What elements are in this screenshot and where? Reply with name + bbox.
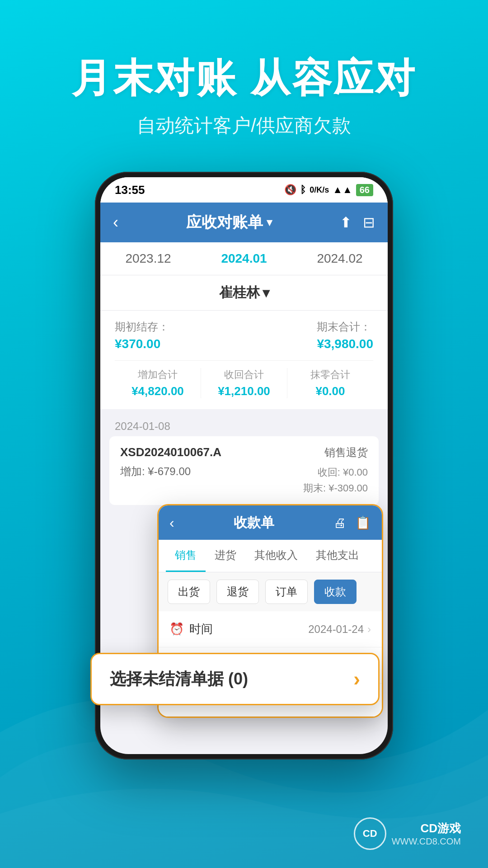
- cd-url-text: WWW.CD8.COM: [392, 836, 461, 847]
- transaction-card[interactable]: XSD2024010067.A 销售退货 增加: ¥-679.00 收回: ¥0…: [109, 436, 379, 505]
- customer-name-text: 崔桂林: [219, 283, 260, 302]
- nav-title-group: 应收对账单 ▾: [186, 212, 272, 233]
- time-row-right: 2024-01-24 ›: [308, 623, 371, 636]
- sub-tab-expense[interactable]: 其他支出: [307, 540, 368, 572]
- opening-value: ¥370.00: [115, 337, 160, 351]
- bluetooth-icon: ᛒ: [300, 184, 306, 196]
- month-tab-0[interactable]: 2023.12: [125, 251, 171, 266]
- payment-button[interactable]: 收款: [314, 580, 357, 604]
- phone-mockup: 13:55 🔇 ᛒ 0/K/s ▲▲ 66 ‹ 应收对账单 ▾ ⬆: [95, 172, 393, 714]
- customer-selector[interactable]: 崔桂林 ▾: [100, 275, 388, 311]
- overlay-sub-tabs: 销售 进货 其他收入 其他支出: [159, 540, 382, 572]
- nav-actions: ⬆ ⊟: [340, 214, 375, 231]
- opening-label: 期初结存：: [115, 320, 169, 334]
- closing-value: ¥3,980.00: [317, 337, 373, 351]
- cd-text-group: CD游戏 WWW.CD8.COM: [392, 821, 461, 847]
- hero-title: 月末对账 从容应对: [0, 54, 488, 102]
- overlay-nav-bar: ‹ 收款单 🖨 📋: [159, 505, 382, 540]
- status-bar: 13:55 🔇 ᛒ 0/K/s ▲▲ 66: [100, 177, 388, 203]
- transaction-id: XSD2024010067.A: [120, 445, 221, 459]
- return-button[interactable]: 退货: [216, 580, 259, 604]
- overlay-nav-actions: 🖨 📋: [333, 515, 371, 530]
- time-value: 2024-01-24: [308, 623, 364, 636]
- time-row-arrow-icon: ›: [367, 623, 371, 636]
- overlay-back-button[interactable]: ‹: [169, 514, 174, 531]
- customer-name: 崔桂林 ▾: [219, 283, 269, 302]
- transaction-recovery: 收回: ¥0.00: [303, 464, 368, 480]
- transaction-right-details: 收回: ¥0.00 期末: ¥-309.00: [303, 464, 368, 496]
- status-icons: 🔇 ᛒ 0/K/s ▲▲ 66: [284, 184, 373, 196]
- stat-recovery-label: 收回合计: [201, 368, 287, 382]
- overlay-calendar-button[interactable]: 📋: [355, 515, 371, 530]
- summary-row-opening-closing: 期初结存： ¥370.00 期末合计： ¥3,980.00: [115, 320, 373, 351]
- hero-section: 月末对账 从容应对 自动统计客户/供应商欠款: [0, 0, 488, 138]
- action-buttons-row: 出货 退货 订单 收款: [159, 572, 382, 611]
- sub-tab-purchase[interactable]: 进货: [206, 540, 245, 572]
- cd-brand-name: CD游戏: [392, 821, 461, 836]
- select-pending-text: 选择未结清单据 (0): [110, 668, 248, 690]
- cd-logo: CD CD游戏 WWW.CD8.COM: [354, 817, 461, 850]
- closing-label: 期末合计：: [317, 320, 373, 334]
- transaction-header-row: XSD2024010067.A 销售退货: [120, 445, 368, 460]
- sub-tab-sales[interactable]: 销售: [166, 540, 206, 572]
- nav-title-text: 应收对账单: [186, 212, 263, 233]
- stat-recovery: 收回合计 ¥1,210.00: [201, 368, 287, 398]
- opening-balance: 期初结存： ¥370.00: [115, 320, 169, 351]
- transaction-period-end: 期末: ¥-309.00: [303, 480, 368, 496]
- battery-icon: 66: [356, 184, 373, 196]
- transaction-increase: 增加: ¥-679.00: [120, 464, 191, 496]
- wifi-icon: ▲▲: [333, 184, 352, 196]
- stat-rounding-value: ¥0.00: [287, 384, 373, 398]
- stat-increase: 增加合计 ¥4,820.00: [115, 368, 201, 398]
- summary-stats-row: 增加合计 ¥4,820.00 收回合计 ¥1,210.00 抹零合计 ¥0.00: [115, 360, 373, 398]
- time-form-row[interactable]: ⏰ 时间 2024-01-24 ›: [159, 611, 382, 647]
- filter-button[interactable]: ⊟: [363, 214, 375, 231]
- month-tabs: 2023.12 2024.01 2024.02: [100, 242, 388, 275]
- stat-increase-label: 增加合计: [115, 368, 201, 382]
- time-label: 时间: [189, 621, 213, 637]
- closing-balance: 期末合计： ¥3,980.00: [317, 320, 373, 351]
- order-button[interactable]: 订单: [265, 580, 308, 604]
- status-time: 13:55: [115, 183, 145, 197]
- transaction-type: 销售退货: [324, 445, 368, 460]
- summary-section: 期初结存： ¥370.00 期末合计： ¥3,980.00 增加合计 ¥4,82…: [100, 311, 388, 413]
- share-button[interactable]: ⬆: [340, 214, 352, 231]
- sub-tab-income[interactable]: 其他收入: [245, 540, 307, 572]
- outgoing-button[interactable]: 出货: [168, 580, 210, 604]
- date-group: 2024-01-08: [100, 413, 388, 436]
- cd-symbol: CD: [363, 828, 377, 840]
- transaction-details: 增加: ¥-679.00 收回: ¥0.00 期末: ¥-309.00: [120, 464, 368, 496]
- main-nav-bar: ‹ 应收对账单 ▾ ⬆ ⊟: [100, 203, 388, 242]
- nav-title-dropdown-icon[interactable]: ▾: [267, 216, 272, 229]
- back-button[interactable]: ‹: [113, 213, 118, 232]
- overlay-title: 收款单: [234, 514, 274, 532]
- select-pending-card[interactable]: 选择未结清单据 (0) ›: [90, 653, 380, 705]
- stat-rounding: 抹零合计 ¥0.00: [287, 368, 373, 398]
- mute-icon: 🔇: [284, 184, 296, 196]
- month-tab-2[interactable]: 2024.02: [317, 251, 362, 266]
- stat-increase-value: ¥4,820.00: [115, 384, 201, 398]
- time-row-left: ⏰ 时间: [169, 621, 213, 637]
- hero-subtitle: 自动统计客户/供应商欠款: [0, 113, 488, 138]
- cd-logo-circle: CD: [354, 817, 386, 850]
- select-pending-arrow-icon: ›: [353, 668, 360, 690]
- overlay-print-button[interactable]: 🖨: [333, 515, 346, 530]
- clock-icon: ⏰: [169, 622, 184, 636]
- signal-text: 0/K/s: [310, 185, 329, 195]
- month-tab-1[interactable]: 2024.01: [221, 251, 267, 266]
- customer-dropdown-icon: ▾: [263, 285, 269, 301]
- stat-recovery-value: ¥1,210.00: [201, 384, 287, 398]
- stat-rounding-label: 抹零合计: [287, 368, 373, 382]
